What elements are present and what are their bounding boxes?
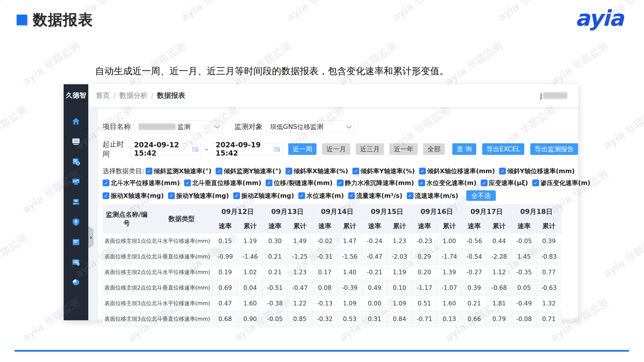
list-search-icon (71, 258, 80, 267)
value-cell: -0.99 (213, 249, 238, 264)
value-cell: 0.29 (412, 249, 437, 264)
column-subheader-rate: 速率 (213, 219, 238, 233)
watermark-text: ayia 华颖监测 (601, 231, 644, 281)
date-start-input[interactable]: 2024-09-12 15:42 (130, 143, 201, 155)
sidebar-item-statistics[interactable] (71, 278, 80, 287)
point-name: 表面位移主坝2点位 (104, 285, 151, 291)
range-button[interactable]: 全部 (423, 143, 445, 155)
checkbox-label: 振动X轴速率(mg) (111, 192, 164, 200)
value-cell: 0.31 (362, 311, 387, 327)
breadcrumb-separator: / (113, 92, 116, 100)
data-type-checkbox[interactable]: ✓北斗水平位移速率(mm) (103, 179, 180, 187)
value-cell: 0.21 (263, 264, 288, 280)
value-cell: -0.71 (412, 311, 437, 327)
data-type-checkbox[interactable]: ✓倾斜X轴位移速率(mm) (419, 167, 495, 175)
data-type-checkbox[interactable]: ✓静力水准沉降速率(mm) (337, 179, 414, 187)
range-button[interactable]: 近一月 (322, 143, 350, 155)
deselect-all-button[interactable]: 全不选 (466, 190, 496, 201)
value-cell: 0.04 (238, 280, 263, 296)
sidebar-item-home[interactable] (71, 117, 80, 126)
cell-point-and-type: 表面位移主坝2点位北斗水平位移速率(mm) (103, 264, 213, 280)
data-type-name: 北斗垂直位移速率(mm) (151, 316, 210, 322)
column-header-date: 09月18日 (512, 205, 561, 219)
data-type-checkbox[interactable]: ✓倾斜监测X轴速率(°) (146, 167, 212, 175)
app-main: 首页 / 数据分析 / 数据报表 J 项目名称 (88, 84, 578, 320)
checkbox-checked-icon: ✓ (298, 192, 305, 199)
column-subheader-total: 累计 (537, 219, 561, 233)
data-type-checkbox[interactable]: ✓倾斜监测Y轴速率(°) (216, 167, 281, 175)
checkbox-label: 流速速率(m/s) (415, 192, 458, 200)
data-type-name: 北斗水平位移速率(mm) (151, 300, 210, 306)
checkbox-checked-icon: ✓ (286, 168, 292, 174)
project-value-redacted (138, 123, 176, 130)
breadcrumb-data-analysis[interactable]: 数据分析 (119, 91, 147, 100)
topbar: 首页 / 数据分析 / 数据报表 J (88, 84, 578, 107)
export-excel-button[interactable]: 导出EXCEL (482, 143, 524, 155)
sidebar-item-records[interactable] (71, 258, 80, 267)
range-button[interactable]: 近一周 (288, 143, 316, 155)
value-cell: 0.08 (312, 280, 337, 296)
checkbox-checked-icon: ✓ (481, 179, 488, 186)
breadcrumb-current: 数据报表 (157, 91, 185, 100)
checkbox-checked-icon: ✓ (348, 192, 355, 199)
value-cell: 0.53 (337, 311, 362, 327)
data-type-checkbox[interactable]: ✓振动Y轴速率(mg) (168, 192, 229, 200)
point-name: 表面位移主坝1点位 (104, 253, 151, 260)
data-type-checkbox[interactable]: ✓流速速率(m/s) (407, 192, 458, 200)
point-name: 表面位移主坝1点位 (104, 238, 151, 244)
sidebar-item-dashboard[interactable] (71, 137, 80, 146)
checkbox-label: 振动Y轴速率(mg) (176, 192, 229, 200)
project-label: 项目名称 (103, 122, 131, 131)
sidebar-item-monitoring[interactable] (71, 177, 80, 186)
data-type-checkbox[interactable]: ✓北斗垂直位移速率(mm) (184, 179, 261, 187)
data-type-checkbox[interactable]: ✓应变速率(μξ) (481, 179, 528, 187)
query-button[interactable]: 查 询 (452, 143, 476, 155)
column-subheader-total: 累计 (437, 219, 462, 233)
column-subheader-total: 累计 (487, 219, 512, 233)
checkbox-checked-icon: ✓ (233, 192, 240, 199)
description-text: 自动生成近一周、近一月、近三月等时间段的数据报表，包含变化速率和累计形变值。 (95, 65, 449, 77)
sidebar-collapse-handle[interactable]: › (88, 226, 94, 248)
value-cell: 0.19 (213, 264, 238, 280)
checkbox-checked-icon: ✓ (266, 179, 272, 186)
ayia-logo: ayia (575, 6, 623, 31)
chevron-down-icon (347, 123, 352, 128)
sidebar-item-security[interactable] (71, 217, 80, 227)
value-cell: -0.31 (312, 249, 337, 264)
sidebar-item-devices[interactable] (71, 197, 80, 206)
value-cell: -0.23 (412, 233, 437, 249)
date-end-input[interactable]: 2024-09-19 15:42 (212, 143, 283, 155)
data-type-checkbox[interactable]: ✓振动Z轴速率(mg) (233, 192, 294, 200)
shield-key-icon (71, 217, 80, 227)
sidebar-item-alerts[interactable] (71, 157, 80, 166)
user-menu[interactable]: J (540, 92, 567, 100)
data-type-checkbox[interactable]: ✓倾斜率Y轴速率(%) (352, 167, 415, 175)
breadcrumb-home[interactable]: 首页 (96, 91, 110, 100)
value-cell: 0.21 (462, 296, 487, 311)
column-header-type: 数据类型 (151, 205, 213, 233)
data-type-checkbox[interactable]: ✓水位速率(m) (298, 192, 344, 200)
column-header-date: 09月17日 (462, 205, 512, 219)
monitor-object-select[interactable]: 坝低GNS位移监测 (266, 120, 355, 133)
value-cell: -0.02 (312, 233, 337, 249)
watermark-text: ayia 华颖监测 (601, 103, 644, 153)
data-type-checkbox[interactable]: ✓倾斜Y轴位移速率(mm) (499, 167, 575, 175)
data-type-checkbox[interactable]: ✓振动X轴速率(mg) (103, 192, 164, 200)
data-type-checkbox[interactable]: ✓倾斜率X轴速率(%) (286, 167, 348, 175)
checkbox-label: 北斗水平位移速率(mm) (111, 179, 180, 187)
export-report-button[interactable]: 导出监测报告 (530, 143, 578, 155)
app-screenshot: 久德智 (64, 84, 578, 320)
value-cell: -0.05 (512, 233, 537, 249)
data-type-checkbox[interactable]: ✓渗压变化速率(m) (532, 179, 590, 187)
value-cell: 1.81 (487, 296, 512, 311)
sidebar-item-reports[interactable] (71, 238, 80, 247)
project-select[interactable]: 监测 (134, 120, 223, 133)
data-type-checkbox[interactable]: ✓位移/裂缝速率(mm) (266, 179, 333, 187)
column-header-date: 09月15日 (362, 205, 412, 219)
range-button[interactable]: 近三月 (356, 143, 384, 155)
data-type-checkbox[interactable]: ✓流量速率(m³/s) (348, 192, 403, 200)
value-cell: -0.21 (362, 264, 387, 280)
range-button[interactable]: 近一年 (389, 143, 418, 155)
sidebar: 久德智 (64, 84, 88, 320)
data-type-checkbox[interactable]: ✓水位变化速率(m) (418, 179, 476, 187)
